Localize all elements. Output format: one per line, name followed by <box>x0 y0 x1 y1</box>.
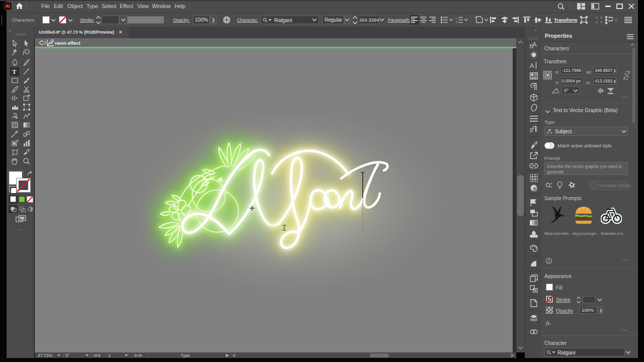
svg-text:2: 2 <box>456 21 457 23</box>
svg-text:A: A <box>530 62 534 69</box>
svg-text:g: g <box>530 126 533 132</box>
svg-text:1: 1 <box>456 17 457 20</box>
